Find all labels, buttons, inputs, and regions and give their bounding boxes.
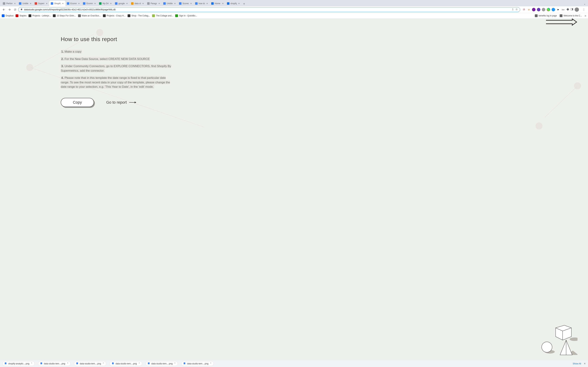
profile-avatar[interactable] bbox=[575, 8, 579, 12]
copy-button[interactable]: Copy bbox=[61, 98, 94, 107]
bookmark-item[interactable]: Projects - Letterpr... bbox=[28, 14, 51, 17]
ext-icon[interactable] bbox=[537, 8, 540, 11]
step-4: 4. Please note that in this template the… bbox=[61, 76, 173, 89]
download-item[interactable]: data-studio-tem....png⌃ bbox=[74, 361, 106, 366]
go-to-report-link[interactable]: Go to report bbox=[106, 100, 136, 105]
bookmark-item[interactable]: Sign in - QuickBo... bbox=[175, 14, 197, 17]
browser-tab[interactable]: Ecomm× bbox=[65, 1, 82, 6]
close-icon[interactable]: × bbox=[190, 2, 192, 5]
ext-icon[interactable]: U bbox=[527, 8, 531, 11]
step-2: 2. For the New Data Source, select CREAT… bbox=[61, 57, 173, 61]
browser-tab[interactable]: how do× bbox=[194, 1, 210, 6]
browser-tab[interactable]: google× bbox=[113, 1, 130, 6]
svg-rect-5 bbox=[5, 362, 6, 364]
download-item[interactable]: data-studio-tem....png⌃ bbox=[38, 361, 70, 366]
bookmark-label: Shop - The Collag... bbox=[131, 15, 150, 17]
ext-icon[interactable] bbox=[547, 8, 550, 11]
new-tab-button[interactable]: + bbox=[242, 1, 247, 6]
browser-tab[interactable]: Untitle× bbox=[162, 1, 178, 6]
download-item[interactable]: data-studio-tem....png⌃ bbox=[181, 361, 214, 366]
close-icon[interactable]: × bbox=[45, 2, 48, 5]
lock-icon bbox=[20, 8, 23, 11]
browser-tab[interactable]: data st× bbox=[130, 1, 146, 6]
ext-icon[interactable] bbox=[542, 8, 545, 11]
browser-tab[interactable]: My Dri× bbox=[98, 1, 113, 6]
close-icon[interactable]: × bbox=[238, 2, 240, 5]
bookmark-item[interactable]: Shop - The Collag... bbox=[128, 14, 150, 17]
download-item[interactable]: shopify-analytic....png⌃ bbox=[2, 361, 35, 366]
chrome-menu-button[interactable]: ⋮ bbox=[581, 8, 587, 11]
close-icon[interactable]: × bbox=[94, 2, 96, 5]
browser-tab[interactable]: Scorec× bbox=[178, 1, 194, 6]
reload-button[interactable] bbox=[13, 7, 17, 12]
bookmark-item[interactable]: Welcome to the C... bbox=[560, 14, 582, 17]
share-icon[interactable] bbox=[511, 8, 514, 11]
file-icon bbox=[76, 362, 78, 365]
tab-title: Ecomm bbox=[86, 2, 93, 5]
close-icon[interactable]: × bbox=[110, 2, 112, 5]
bookmark-item[interactable]: The Collage and... bbox=[152, 14, 173, 17]
chevron-up-icon[interactable]: ⌃ bbox=[67, 362, 69, 365]
extensions-puzzle-icon[interactable] bbox=[566, 8, 569, 11]
show-all-button[interactable]: Show All bbox=[573, 362, 581, 365]
tab-title: Ecomm bbox=[70, 2, 77, 5]
bookmark-item[interactable]: Dropbox bbox=[2, 14, 13, 17]
back-button[interactable] bbox=[1, 7, 6, 12]
close-icon[interactable]: × bbox=[126, 2, 128, 5]
browser-tab[interactable]: Perform× bbox=[1, 1, 17, 6]
close-icon[interactable]: × bbox=[206, 2, 208, 5]
bookmark-favicon bbox=[152, 14, 155, 17]
close-icon[interactable]: × bbox=[62, 2, 64, 5]
bookmarks-overflow-icon[interactable]: » bbox=[585, 14, 586, 17]
tab-title: google bbox=[119, 2, 125, 5]
chevron-up-icon[interactable]: ⌃ bbox=[102, 362, 104, 365]
star-icon[interactable] bbox=[515, 8, 518, 11]
ext-icon[interactable] bbox=[532, 8, 536, 11]
browser-tab[interactable]: Home× bbox=[210, 1, 225, 6]
close-icon[interactable]: × bbox=[14, 2, 16, 5]
bookmark-item[interactable]: Make an Oval Box... bbox=[78, 14, 101, 17]
chevron-up-icon[interactable]: ⌃ bbox=[174, 362, 176, 365]
chevron-up-icon[interactable]: ⌃ bbox=[31, 362, 33, 365]
ext-icon[interactable]: ▶ bbox=[556, 8, 560, 11]
sidepanel-icon[interactable] bbox=[571, 8, 573, 11]
ext-icon[interactable] bbox=[552, 8, 555, 11]
url-text: datastudio.google.com/u/0/reporting/022b… bbox=[24, 8, 510, 11]
browser-tab[interactable]: Untitle× bbox=[17, 1, 33, 6]
download-item[interactable]: data-studio-tem....png⌃ bbox=[110, 361, 142, 366]
tab-title: Scorec bbox=[182, 2, 189, 5]
bookmark-item[interactable]: benefits log in page bbox=[535, 14, 557, 17]
address-bar[interactable]: datastudio.google.com/u/0/reporting/022b… bbox=[18, 7, 520, 12]
decor-circle bbox=[26, 64, 33, 71]
bookmark-item[interactable]: Projects - Crazy H... bbox=[103, 14, 125, 17]
close-icon[interactable]: × bbox=[584, 362, 586, 365]
step-3: 3. Under Community Connectors, go to EXP… bbox=[61, 64, 173, 73]
bookmark-item[interactable]: Staples bbox=[16, 14, 26, 17]
close-icon[interactable]: × bbox=[78, 2, 80, 5]
close-icon[interactable]: × bbox=[142, 2, 144, 5]
ext-icon[interactable]: bw bbox=[562, 8, 565, 11]
download-item[interactable]: data-studio-tem....png⌃ bbox=[146, 361, 178, 366]
svg-rect-9 bbox=[148, 362, 149, 364]
chevron-up-icon[interactable]: ⌃ bbox=[210, 362, 212, 365]
close-icon[interactable]: × bbox=[222, 2, 224, 5]
close-icon[interactable]: × bbox=[158, 2, 160, 5]
tab-favicon bbox=[211, 2, 214, 5]
chevron-up-icon[interactable]: ⌃ bbox=[138, 362, 140, 365]
forward-button[interactable] bbox=[7, 7, 12, 12]
svg-rect-1 bbox=[572, 8, 573, 10]
tab-title: Shopify bbox=[54, 2, 61, 5]
browser-tab[interactable]: Paragra× bbox=[146, 1, 162, 6]
bookmark-item[interactable]: 10 Steps For Givin... bbox=[53, 14, 76, 17]
browser-tab[interactable]: Ecomm× bbox=[82, 1, 98, 6]
close-icon[interactable]: × bbox=[29, 2, 32, 5]
decor-shapes bbox=[541, 324, 578, 357]
tabs-dropdown-icon[interactable] bbox=[581, 3, 588, 6]
bookmark-favicon bbox=[175, 14, 178, 17]
decor-circle bbox=[536, 123, 543, 130]
close-icon[interactable]: × bbox=[174, 2, 176, 5]
browser-tab[interactable]: shopify× bbox=[225, 1, 242, 6]
browser-tab[interactable]: Shopify× bbox=[49, 1, 65, 6]
ext-icon[interactable]: ⓟ bbox=[522, 8, 526, 11]
browser-tab[interactable]: Superm× bbox=[33, 1, 49, 6]
